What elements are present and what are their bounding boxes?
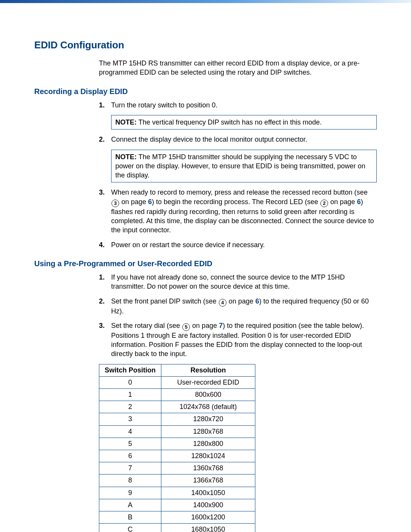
cell-switch-position: 5	[99, 438, 161, 450]
step-number: 4.	[99, 240, 107, 249]
note-label: NOTE:	[115, 153, 137, 161]
cell-resolution: 1280x768	[161, 425, 255, 438]
cell-switch-position: 8	[99, 474, 161, 487]
callout-circle-4: 4	[219, 299, 226, 307]
cell-switch-position: 6	[99, 450, 161, 462]
table-header-switch-position: Switch Position	[99, 364, 161, 376]
text-fragment: on page	[328, 198, 357, 206]
step-number: 1.	[99, 101, 107, 110]
text-fragment: on page	[190, 322, 219, 329]
record-step-3: 3. When ready to record to memory, press…	[99, 188, 377, 235]
step-text: When ready to record to memory, press an…	[111, 188, 377, 235]
table-row: 0User-recorded EDID	[99, 376, 255, 388]
page-ref-link[interactable]: 7	[219, 322, 223, 329]
step-text: Power on or restart the source device if…	[111, 240, 265, 249]
intro-paragraph: The MTP 15HD RS transmitter can either r…	[99, 59, 377, 77]
step-text: Set the front panel DIP switch (see 4 on…	[111, 297, 377, 316]
cell-resolution: 1360x768	[161, 462, 255, 474]
cell-switch-position: 9	[99, 487, 161, 499]
cell-resolution: 1400x900	[161, 499, 255, 511]
text-fragment: Set the front panel DIP switch (see	[111, 297, 218, 305]
table-row: 21024x768 (default)	[99, 401, 255, 413]
cell-switch-position: 7	[99, 462, 161, 474]
record-step-4: 4. Power on or restart the source device…	[99, 240, 377, 249]
table-row: 41280x768	[99, 425, 255, 438]
cell-resolution: 1680x1050	[161, 524, 255, 532]
text-fragment: ) to begin the recording process. The Re…	[152, 198, 320, 206]
table-row: C1680x1050	[99, 524, 255, 532]
table-row: 71360x768	[99, 462, 255, 474]
step-number: 1.	[99, 273, 107, 291]
page-ref-link[interactable]: 6	[357, 198, 361, 206]
table-row: 31280x720	[99, 413, 255, 425]
step-number: 3.	[99, 321, 107, 359]
note-label: NOTE:	[115, 118, 137, 126]
text-fragment: Set the rotary dial (see	[111, 322, 182, 329]
section-recording-title: Recording a Display EDID	[34, 86, 377, 97]
callout-circle-2: 2	[320, 200, 328, 207]
note-text: The MTP 15HD transmitter should be suppl…	[115, 153, 365, 179]
text-fragment: When ready to record to memory, press an…	[111, 189, 368, 196]
page-ref-link[interactable]: 6	[148, 198, 152, 206]
cell-resolution: 1280x800	[161, 438, 255, 450]
callout-circle-5: 5	[182, 323, 190, 331]
cell-switch-position: 0	[99, 376, 161, 388]
record-step-2: 2. Connect the display device to the loc…	[99, 135, 377, 144]
cell-switch-position: 3	[99, 413, 161, 425]
page-ref-link[interactable]: 6	[255, 297, 259, 305]
cell-resolution: 1280x720	[161, 413, 255, 425]
step-text: Turn the rotary switch to position 0.	[111, 101, 217, 110]
text-fragment: on page	[227, 297, 255, 305]
page-title: EDID Configuration	[34, 38, 377, 52]
cell-resolution: 1024x768 (default)	[161, 401, 255, 413]
preprog-step-1: 1. If you have not already done so, conn…	[99, 273, 377, 291]
table-row: A1400x900	[99, 499, 255, 511]
page-body: EDID Configuration The MTP 15HD RS trans…	[0, 3, 411, 532]
cell-switch-position: 4	[99, 425, 161, 438]
preprog-step-3: 3. Set the rotary dial (see 5 on page 7)…	[99, 321, 377, 359]
note-text: The vertical frequency DIP switch has no…	[139, 118, 322, 126]
table-row: 51280x800	[99, 438, 255, 450]
cell-resolution: User-recorded EDID	[161, 376, 255, 388]
table-row: B1600x1200	[99, 511, 255, 523]
cell-resolution: 1600x1200	[161, 511, 255, 523]
cell-switch-position: 1	[99, 389, 161, 401]
note-box: NOTE: The MTP 15HD transmitter should be…	[111, 150, 377, 183]
cell-switch-position: C	[99, 524, 161, 532]
table-header-resolution: Resolution	[161, 364, 255, 376]
top-accent-bar	[0, 0, 411, 3]
cell-resolution: 1280x1024	[161, 450, 255, 462]
step-number: 3.	[99, 188, 107, 235]
step-text: If you have not already done so, connect…	[111, 273, 377, 291]
table-row: 81366x768	[99, 474, 255, 487]
step-text: Set the rotary dial (see 5 on page 7) to…	[111, 321, 377, 359]
text-fragment: on page	[119, 198, 148, 206]
cell-switch-position: B	[99, 511, 161, 523]
record-step-1: 1. Turn the rotary switch to position 0.	[99, 101, 377, 110]
callout-circle-3: 3	[112, 200, 119, 207]
note-box: NOTE: The vertical frequency DIP switch …	[111, 115, 377, 129]
cell-resolution: 800x600	[161, 389, 255, 401]
table-row: 1800x600	[99, 389, 255, 401]
step-number: 2.	[99, 297, 107, 316]
section-preprog-title: Using a Pre-Programmed or User-Recorded …	[34, 259, 377, 269]
step-number: 2.	[99, 135, 107, 144]
table-row: 91400x1050	[99, 487, 255, 499]
table-row: 61280x1024	[99, 450, 255, 462]
preprog-step-2: 2. Set the front panel DIP switch (see 4…	[99, 297, 377, 316]
cell-switch-position: A	[99, 499, 161, 511]
step-text: Connect the display device to the local …	[111, 135, 307, 144]
cell-switch-position: 2	[99, 401, 161, 413]
cell-resolution: 1366x768	[161, 474, 255, 487]
cell-resolution: 1400x1050	[161, 487, 255, 499]
resolution-table: Switch Position Resolution 0User-recorde…	[99, 364, 255, 532]
